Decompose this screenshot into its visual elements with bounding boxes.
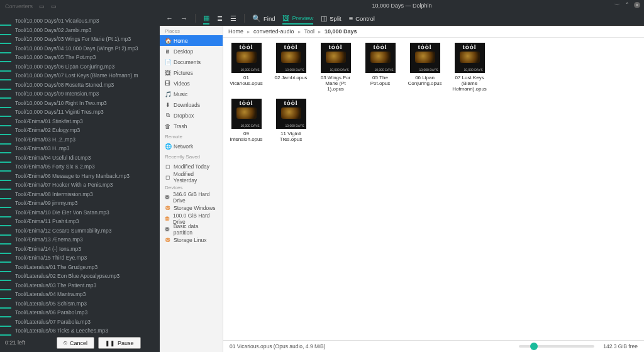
progress-bar [0, 280, 11, 281]
control-button[interactable]: ≡Control [349, 14, 375, 22]
sidebar-item-label: Storage Linux [174, 237, 206, 243]
sidebar-item-icon: 📄 [165, 59, 170, 65]
window-close-icon[interactable]: × [634, 2, 640, 8]
sidebar-item[interactable]: 📄Documents [160, 57, 223, 67]
progress-bar [0, 180, 11, 181]
find-button[interactable]: 🔍Find [252, 14, 275, 23]
breadcrumb-segment[interactable]: converted-audio [253, 28, 294, 35]
encode-item: Tool/Ænima/04 Useful Idiot.mp3 [0, 155, 138, 164]
sidebar-item[interactable]: 🎞Videos [160, 78, 223, 89]
file-thumbnail: tȯȯl10,000 DAYS [276, 99, 306, 129]
sidebar-item[interactable]: 🌐Network [160, 141, 223, 151]
sidebar-item-label: Dropbox [174, 113, 194, 119]
sidebar-item-label: Downloads [174, 102, 200, 108]
sidebar-item[interactable]: ⬇Downloads [160, 99, 223, 110]
progress-bar [0, 298, 11, 299]
chevron-right-icon: ▸ [298, 29, 301, 35]
sidebar-item[interactable]: 🖥Desktop [160, 46, 223, 57]
file-item[interactable]: tȯȯl10,000 DAYS03 Wings For Marie (Pt 1)… [318, 43, 353, 92]
sidebar-item[interactable]: 🖼Pictures [160, 67, 223, 78]
sidebar-section-header: Places [160, 26, 223, 35]
encode-item-label: Tool/10,000 Days/11 Viginti Tres.mp3 [15, 109, 104, 115]
image-icon: 🖼 [282, 14, 289, 22]
pause-button[interactable]: ❚❚Pause [98, 337, 141, 349]
encode-item-label: Tool/Ænima/10 Die Eier Von Satan.mp3 [15, 209, 109, 216]
nav-back-button[interactable]: ← [166, 14, 173, 22]
sidebar-item[interactable]: ⛃100.0 GiB Hard Drive [160, 213, 223, 224]
dolphin-titlebar[interactable]: 10,000 Days — Dolphin ﹀ ˄ × [160, 0, 644, 11]
view-compact-button[interactable]: ≣ [217, 14, 223, 23]
search-icon: 🔍 [252, 14, 261, 23]
sidebar-item-icon: ⬇ [165, 102, 170, 108]
encode-item-label: Tool/Lateralus/07 Parabola.mp3 [15, 319, 91, 325]
progress-bar [0, 234, 11, 236]
preview-button[interactable]: 🖼Preview [282, 14, 313, 25]
zoom-slider-handle[interactable] [530, 343, 538, 350]
encode-item: Tool/10,000 Days/03 Wings For Marie (Pt … [0, 36, 138, 45]
file-item[interactable]: tȯȯl10,000 DAYS06 Lipan Conjuring.opus [407, 43, 443, 92]
encode-item: Tool/Ænima/03 H..mp3 [0, 145, 138, 155]
progress-bar [0, 116, 11, 117]
encode-item-label: Tool/Ænima/04 Useful Idiot.mp3 [15, 155, 91, 161]
breadcrumb-segment[interactable]: 10,000 Days [325, 28, 357, 35]
file-item[interactable]: tȯȯl10,000 DAYS11 Viginti Tres.opus [273, 99, 309, 142]
encode-item-label: Tool/Ænima/03 H..mp3 [15, 145, 69, 151]
window-maximize-icon[interactable]: ˄ [624, 2, 630, 8]
breadcrumb-segment[interactable]: Home [228, 28, 243, 35]
nav-forward-button[interactable]: → [180, 14, 187, 22]
encode-item-label: Tool/Lateralus/03 The Patient.mp3 [15, 282, 96, 289]
file-item[interactable]: tȯȯl10,000 DAYS09 Intension.opus [228, 99, 264, 142]
sidebar-item[interactable]: ⛃Storage Windows [160, 202, 223, 213]
sidebar-item-icon: ⛃ [165, 237, 170, 243]
progress-bar [0, 107, 11, 108]
progress-bar [0, 334, 11, 336]
sidebar-item[interactable]: ⛃346.6 GiB Hard Drive [160, 192, 223, 202]
file-item[interactable]: tȯȯl10,000 DAYS01 Vicarious.opus [228, 43, 264, 92]
progress-bar [0, 152, 11, 153]
sidebar-item[interactable]: 🗑Trash [160, 121, 223, 131]
view-icons-button[interactable]: ▦ [203, 14, 209, 25]
encode-item: Tool/Ænima/08 Intermission.mp3 [0, 191, 138, 201]
encode-item: Tool/Ænima/07 Hooker With a Penis.mp3 [0, 182, 138, 191]
progress-bar [0, 125, 11, 126]
sidebar-item[interactable]: ⧉Dropbox [160, 110, 223, 121]
sidebar-item-icon: 🎵 [165, 91, 170, 97]
split-button[interactable]: ◫Split [321, 14, 341, 23]
sidebar-item-icon: ⧉ [165, 112, 170, 119]
sidebar-item[interactable]: ◻Modified Yesterday [160, 172, 223, 182]
sidebar-item[interactable]: ◻Modified Today [160, 161, 223, 172]
arrow-right-icon: → [180, 14, 187, 22]
breadcrumb-segment[interactable]: Tool [304, 28, 315, 35]
sidebar-item-label: Music [174, 91, 187, 97]
breadcrumb[interactable]: Home▸converted-audio▸Tool▸10,000 Days [223, 26, 644, 38]
progress-bar [0, 143, 11, 145]
encode-item: Tool/Ænima/03 H..2..mp3 [0, 136, 138, 146]
file-label: 03 Wings For Marie (Pt 1).opus [318, 75, 353, 92]
sidebar-item-icon: ⛃ [165, 216, 170, 222]
sidebar-item-label: Trash [174, 123, 187, 129]
view-details-button[interactable]: ☰ [230, 14, 236, 23]
progress-bar [0, 34, 11, 35]
file-grid[interactable]: tȯȯl10,000 DAYS01 Vicarious.opustȯȯl10,0… [223, 38, 644, 340]
encode-item-label: Tool/10,000 Days/03 Wings For Marie (Pt … [15, 36, 131, 42]
progress-bar [0, 170, 11, 172]
grid-icon: ▦ [203, 14, 209, 22]
encode-item: Tool/Lateralus/05 Schism.mp3 [0, 300, 138, 310]
file-thumbnail: tȯȯl10,000 DAYS [231, 99, 262, 129]
sidebar-item[interactable]: 🏠Home [160, 35, 223, 46]
file-thumbnail: tȯȯl10,000 DAYS [455, 43, 485, 73]
cancel-button[interactable]: ⦸Cancel [57, 337, 94, 349]
status-bar: 01 Vicarious.opus (Opus audio, 4.9 MiB) … [223, 340, 644, 352]
sidebar-item[interactable]: ⛃Storage Linux [160, 234, 223, 245]
sidebar-item[interactable]: ⛃Basic data partition [160, 224, 223, 234]
window-minimize-icon[interactable]: ﹀ [614, 2, 620, 8]
file-item[interactable]: tȯȯl10,000 DAYS07 Lost Keys (Blame Hofma… [452, 43, 487, 92]
zoom-slider[interactable] [519, 345, 594, 348]
encode-item-label: Tool/Ænima/08 Intermission.mp3 [15, 191, 93, 197]
file-thumbnail: tȯȯl10,000 DAYS [321, 43, 351, 73]
file-item[interactable]: tȯȯl10,000 DAYS05 The Pot.opus [362, 43, 398, 92]
sidebar-item[interactable]: 🎵Music [160, 89, 223, 99]
progress-bar [0, 261, 11, 263]
file-item[interactable]: tȯȯl10,000 DAYS02 Jambi.opus [273, 43, 309, 92]
sidebar-item-label: Network [174, 143, 193, 150]
